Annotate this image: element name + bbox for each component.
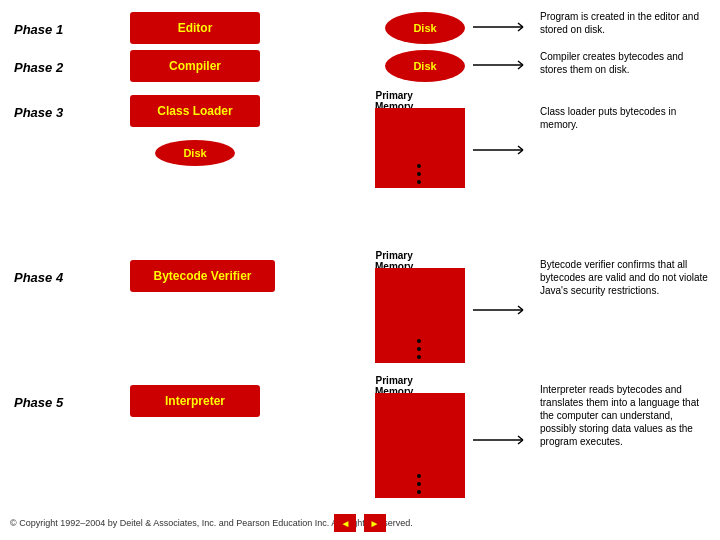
phase4-memory [375, 268, 465, 363]
nav-bar: ◄ ► [0, 514, 720, 532]
nav-forward-button[interactable]: ► [364, 514, 386, 532]
phase4-bracket [468, 255, 528, 365]
phase2-compiler: Compiler [130, 50, 260, 82]
phase2-bracket [468, 48, 528, 83]
phase1-disk: Disk [385, 12, 465, 44]
phase1-editor: Editor [130, 12, 260, 44]
phase2-description: Compiler creates bytecodes and stores th… [540, 50, 710, 76]
phase1-label: Phase 1 [14, 22, 63, 37]
nav-back-button[interactable]: ◄ [334, 514, 356, 532]
phase4-description: Bytecode verifier confirms that all byte… [540, 258, 710, 297]
phase5-memory [375, 393, 465, 498]
phase4-verifier: Bytecode Verifier [130, 260, 275, 292]
phase3-memory [375, 108, 465, 188]
phase4-label: Phase 4 [14, 270, 63, 285]
phase5-bracket [468, 380, 528, 500]
phase2-disk: Disk [385, 50, 465, 82]
phase3-label: Phase 3 [14, 105, 63, 120]
phase3-bracket [468, 100, 528, 200]
phase3-classloader: Class Loader [130, 95, 260, 127]
phase5-label: Phase 5 [14, 395, 63, 410]
phase5-description: Interpreter reads bytecodes and translat… [540, 383, 710, 448]
phase3-description: Class loader puts bytecodes in memory. [540, 105, 710, 131]
phase2-label: Phase 2 [14, 60, 63, 75]
phase5-interpreter: Interpreter [130, 385, 260, 417]
phase3-disk: Disk [155, 140, 235, 166]
phase1-description: Program is created in the editor and sto… [540, 10, 710, 36]
main-container: Phase 1 Editor Disk Program is created i… [0, 0, 720, 540]
phase1-bracket [468, 10, 528, 45]
